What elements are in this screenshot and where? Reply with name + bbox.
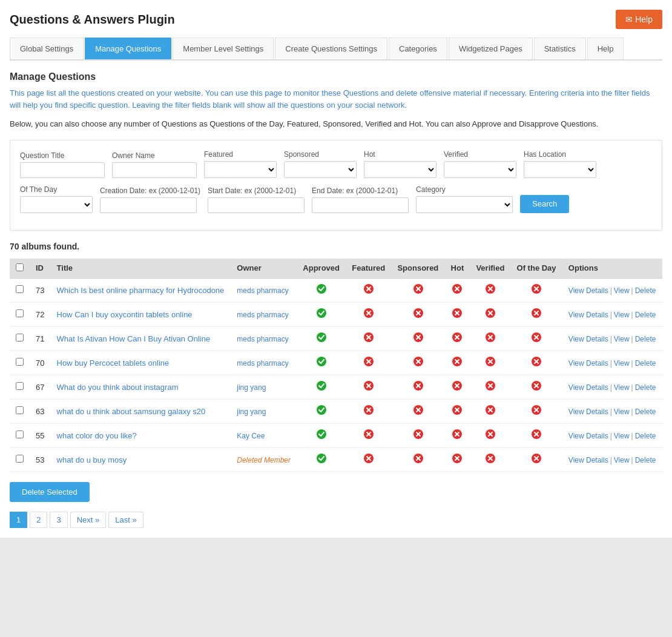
header-sponsored: Sponsored	[391, 259, 444, 279]
view-link[interactable]: View	[614, 383, 630, 392]
tab-global-settings[interactable]: Global Settings	[10, 38, 84, 59]
filter-row-1: Question Title Owner Name Featured Yes N…	[20, 150, 652, 178]
view-details-link[interactable]: View Details	[568, 311, 608, 319]
row-owner-link[interactable]: jing yang	[237, 383, 266, 392]
header-title: Title	[51, 259, 231, 279]
row-title-link[interactable]: How buy Percocet tablets online	[57, 358, 170, 368]
help-button[interactable]: ✉ Help	[616, 10, 662, 29]
row-checkbox[interactable]	[16, 334, 24, 342]
row-checkbox[interactable]	[16, 358, 24, 366]
row-owner: Kay Cee	[231, 423, 297, 447]
view-link[interactable]: View	[614, 311, 630, 319]
tab-member-level-settings[interactable]: Member Level Settings	[173, 38, 274, 59]
header-hot: Hot	[445, 259, 470, 279]
view-link[interactable]: View	[614, 456, 630, 464]
tab-help[interactable]: Help	[587, 38, 624, 59]
owner-name-input[interactable]	[112, 162, 197, 178]
delete-link[interactable]: Delete	[635, 335, 656, 343]
tabs-nav: Global Settings Manage Questions Member …	[10, 38, 662, 61]
header-id: ID	[30, 259, 51, 279]
row-title-link[interactable]: What do you think about instagram	[57, 383, 179, 392]
row-options: View Details|View|Delete	[562, 447, 662, 472]
view-link[interactable]: View	[614, 359, 630, 368]
end-date-input[interactable]	[312, 197, 409, 213]
view-details-link[interactable]: View Details	[568, 359, 608, 368]
row-approved	[297, 278, 346, 302]
page-last[interactable]: Last »	[108, 512, 143, 528]
row-owner-link[interactable]: meds pharmacy	[237, 311, 288, 319]
delete-link[interactable]: Delete	[635, 408, 656, 416]
page-3[interactable]: 3	[50, 512, 67, 528]
view-details-link[interactable]: View Details	[568, 408, 608, 416]
view-details-link[interactable]: View Details	[568, 432, 608, 440]
delete-link[interactable]: Delete	[635, 383, 656, 392]
start-date-input[interactable]	[208, 197, 305, 213]
row-hot	[445, 278, 470, 302]
row-verified	[470, 423, 510, 447]
view-details-link[interactable]: View Details	[568, 286, 608, 295]
page-1[interactable]: 1	[10, 512, 27, 528]
row-title-link[interactable]: what do u buy mosy	[57, 455, 127, 464]
row-title-link[interactable]: How Can I buy oxycontin tablets online	[57, 310, 193, 319]
view-details-link[interactable]: View Details	[568, 383, 608, 392]
view-link[interactable]: View	[614, 335, 630, 343]
sponsored-select[interactable]: Yes No	[284, 161, 357, 178]
search-button[interactable]: Search	[520, 195, 569, 213]
row-verified	[470, 399, 510, 423]
row-title-link[interactable]: What Is Ativan How Can I Buy Ativan Onli…	[57, 334, 211, 343]
view-details-link[interactable]: View Details	[568, 456, 608, 464]
question-title-input[interactable]	[20, 162, 105, 178]
view-link[interactable]: View	[614, 432, 630, 440]
row-owner-link[interactable]: meds pharmacy	[237, 286, 288, 295]
row-title: What Is Ativan How Can I Buy Ativan Onli…	[51, 326, 231, 351]
tab-manage-questions[interactable]: Manage Questions	[85, 38, 171, 59]
tab-statistics[interactable]: Statistics	[534, 38, 586, 59]
view-link[interactable]: View	[614, 286, 630, 295]
row-id: 67	[30, 375, 51, 399]
featured-select[interactable]: Yes No	[204, 161, 277, 178]
delete-link[interactable]: Delete	[635, 286, 656, 295]
row-owner-link[interactable]: jing yang	[237, 408, 266, 416]
row-checkbox[interactable]	[16, 406, 24, 414]
has-location-select[interactable]: Yes No	[524, 161, 596, 178]
row-title-link[interactable]: Which Is best online pharmacy for Hydroc…	[57, 286, 225, 295]
select-all-checkbox[interactable]	[16, 263, 24, 271]
row-owner-link[interactable]: Kay Cee	[237, 432, 265, 440]
row-id: 73	[30, 278, 51, 302]
row-title: How buy Percocet tablets online	[51, 351, 231, 375]
category-select[interactable]	[416, 196, 513, 213]
row-title-link[interactable]: what color do you like?	[57, 431, 137, 440]
row-checkbox[interactable]	[16, 309, 24, 317]
row-owner-link[interactable]: meds pharmacy	[237, 335, 288, 343]
page-next[interactable]: Next »	[70, 512, 107, 528]
view-link[interactable]: View	[614, 408, 630, 416]
verified-select[interactable]: Yes No	[444, 161, 516, 178]
of-the-day-select[interactable]: Yes No	[20, 196, 93, 213]
row-checkbox[interactable]	[16, 431, 24, 438]
creation-date-input[interactable]	[100, 197, 197, 213]
start-date-field: Start Date: ex (2000-12-01)	[208, 186, 305, 213]
row-checkbox[interactable]	[16, 382, 24, 390]
hot-select[interactable]: Yes No	[364, 161, 436, 178]
page-2[interactable]: 2	[30, 512, 47, 528]
tab-widgetized-pages[interactable]: Widgetized Pages	[449, 38, 533, 59]
delete-link[interactable]: Delete	[635, 456, 656, 464]
row-of-the_day	[511, 302, 562, 326]
row-owner-link[interactable]: meds pharmacy	[237, 359, 288, 368]
delete-selected-button[interactable]: Delete Selected	[10, 482, 90, 502]
row-checkbox[interactable]	[16, 285, 24, 293]
delete-link[interactable]: Delete	[635, 432, 656, 440]
row-id: 53	[30, 447, 51, 472]
tab-create-questions-settings[interactable]: Create Questions Settings	[275, 38, 387, 59]
delete-link[interactable]: Delete	[635, 359, 656, 368]
row-sponsored	[391, 423, 444, 447]
row-checkbox[interactable]	[16, 455, 24, 463]
delete-link[interactable]: Delete	[635, 311, 656, 319]
row-approved	[297, 423, 346, 447]
row-title-link[interactable]: what do u think about samsung galaxy s20	[57, 407, 206, 416]
sponsored-label: Sponsored	[284, 150, 357, 159]
owner-name-field: Owner Name	[112, 151, 197, 178]
row-sponsored	[391, 375, 444, 399]
view-details-link[interactable]: View Details	[568, 335, 608, 343]
tab-categories[interactable]: Categories	[389, 38, 447, 59]
